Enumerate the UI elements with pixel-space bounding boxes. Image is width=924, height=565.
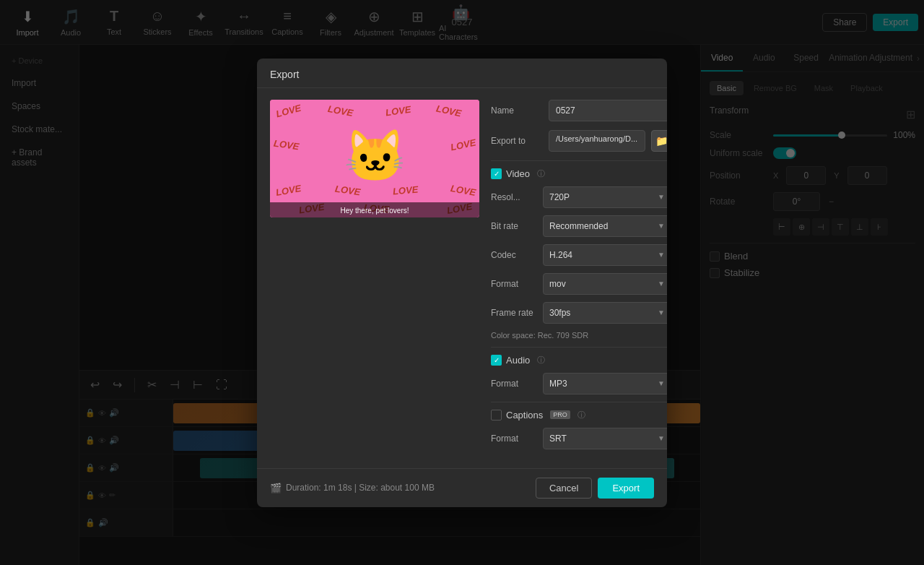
audio-checkbox[interactable]: ✓ — [491, 355, 502, 366]
captions-pro-badge: PRO — [550, 410, 570, 419]
preview-image: LOVE LOVE LOVE LOVE LOVE LOVE LOVE LOVE … — [270, 100, 479, 217]
audio-label: Audio — [506, 355, 530, 366]
bit-rate-arrow: ▼ — [658, 222, 665, 230]
video-label: Video — [506, 168, 530, 179]
captions-format-label: Format — [491, 434, 543, 444]
love-text-2: LOVE — [327, 103, 354, 118]
bit-rate-row: Bit rate Recommended ▼ — [491, 215, 667, 237]
bit-rate-select[interactable]: Recommended ▼ — [543, 215, 667, 237]
captions-format-value: SRT — [549, 434, 567, 444]
dialog-body: LOVE LOVE LOVE LOVE LOVE LOVE LOVE LOVE … — [257, 88, 667, 468]
preview-caption-text: Hey there, pet lovers! — [340, 207, 409, 215]
love-text-7: LOVE — [275, 183, 302, 198]
export-dialog: Export LOVE LOVE LOVE LOVE LOVE LOVE LOV… — [257, 59, 667, 507]
video-format-row: Format mov ▼ — [491, 273, 667, 295]
film-icon: 🎬 — [270, 483, 282, 493]
audio-format-arrow: ▼ — [658, 379, 665, 387]
love-text-5: LOVE — [273, 137, 300, 152]
bit-rate-value: Recommended — [549, 221, 608, 231]
export-dialog-button[interactable]: Export — [598, 478, 654, 499]
cancel-button[interactable]: Cancel — [536, 478, 592, 499]
name-row: Name — [491, 100, 667, 121]
cat-art: LOVE LOVE LOVE LOVE LOVE LOVE LOVE LOVE … — [270, 100, 479, 217]
duration-info: Duration: 1m 18s | Size: about 100 MB — [286, 483, 435, 493]
resolution-arrow: ▼ — [658, 193, 665, 201]
love-text-3: LOVE — [385, 103, 411, 118]
love-text-10: LOVE — [450, 183, 476, 198]
captions-format-row: Format SRT ▼ — [491, 428, 667, 449]
browse-folder-button[interactable]: 📁 — [651, 130, 667, 152]
audio-format-row: Format MP3 ▼ — [491, 373, 667, 394]
frame-rate-label: Frame rate — [491, 308, 543, 318]
love-text-6: LOVE — [449, 137, 476, 152]
export-to-label: Export to — [491, 136, 543, 146]
codec-arrow: ▼ — [658, 251, 665, 259]
captions-format-arrow: ▼ — [658, 434, 665, 442]
video-format-value: mov — [549, 279, 566, 289]
export-to-row: Export to /Users/yanhuarong/D... 📁 — [491, 130, 667, 152]
audio-section-header: ✓ Audio ⓘ — [491, 355, 667, 366]
love-text-8: LOVE — [334, 183, 361, 197]
video-format-label: Format — [491, 279, 543, 289]
bit-rate-label: Bit rate — [491, 221, 543, 231]
export-path-text: /Users/yanhuarong/D... — [549, 130, 645, 152]
name-label: Name — [491, 105, 543, 116]
captions-label: Captions — [506, 410, 543, 420]
resolution-value: 720P — [549, 192, 570, 202]
frame-rate-arrow: ▼ — [658, 309, 665, 316]
video-format-select[interactable]: mov ▼ — [543, 273, 667, 295]
dialog-footer: 🎬 Duration: 1m 18s | Size: about 100 MB … — [257, 468, 667, 507]
codec-value: H.264 — [549, 250, 572, 260]
cat-emoji: 🐱 — [344, 131, 406, 181]
audio-format-label: Format — [491, 379, 543, 389]
name-input[interactable] — [549, 100, 667, 121]
resolution-row: Resol... 720P ▼ — [491, 186, 667, 208]
love-text-4: LOVE — [435, 103, 463, 118]
dialog-header: Export — [257, 59, 667, 88]
resolution-label: Resol... — [491, 192, 543, 202]
love-text-1: LOVE — [275, 102, 302, 119]
footer-info: 🎬 Duration: 1m 18s | Size: about 100 MB — [270, 483, 435, 493]
frame-rate-row: Frame rate 30fps ▼ — [491, 302, 667, 324]
video-format-arrow: ▼ — [658, 280, 665, 288]
captions-format-select[interactable]: SRT ▼ — [543, 428, 667, 449]
codec-label: Codec — [491, 250, 543, 260]
audio-format-value: MP3 — [549, 379, 567, 389]
color-space-text: Color space: Rec. 709 SDR — [491, 331, 667, 340]
frame-rate-select[interactable]: 30fps ▼ — [543, 302, 667, 324]
codec-row: Codec H.264 ▼ — [491, 244, 667, 266]
footer-buttons: Cancel Export — [536, 478, 654, 499]
love-text-9: LOVE — [392, 184, 419, 197]
captions-section-header: Captions PRO ⓘ — [491, 410, 667, 420]
frame-rate-value: 30fps — [549, 308, 570, 318]
video-checkbox[interactable]: ✓ — [491, 168, 502, 179]
dialog-preview: LOVE LOVE LOVE LOVE LOVE LOVE LOVE LOVE … — [270, 100, 479, 457]
resolution-select[interactable]: 720P ▼ — [543, 186, 667, 208]
audio-format-select[interactable]: MP3 ▼ — [543, 373, 667, 394]
caption-bar: Hey there, pet lovers! — [270, 202, 479, 217]
dialog-form: Name Export to /Users/yanhuarong/D... 📁 … — [479, 100, 667, 457]
codec-select[interactable]: H.264 ▼ — [543, 244, 667, 266]
captions-checkbox[interactable] — [491, 410, 502, 420]
dialog-overlay: Export LOVE LOVE LOVE LOVE LOVE LOVE LOV… — [0, 0, 924, 565]
video-section-header: ✓ Video ⓘ — [491, 168, 667, 179]
